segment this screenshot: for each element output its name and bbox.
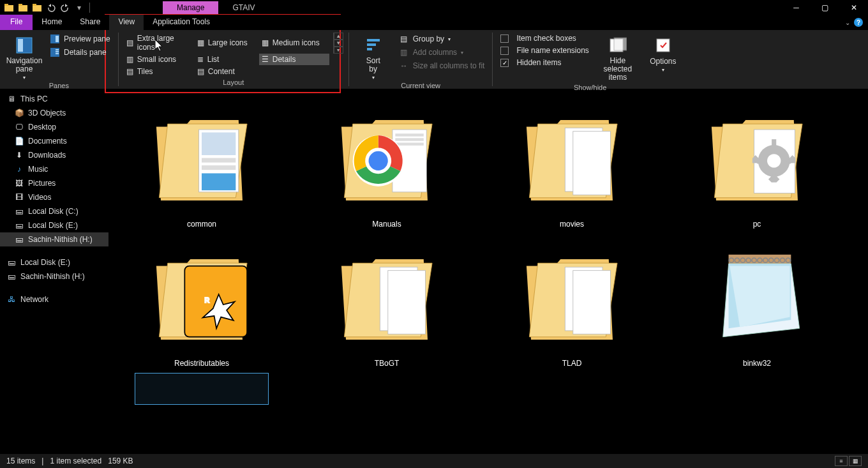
svg-rect-18 xyxy=(614,38,627,50)
tab-view[interactable]: View xyxy=(109,15,144,30)
collapse-ribbon-icon[interactable]: ⌄ xyxy=(845,19,850,26)
close-button[interactable]: ✕ xyxy=(839,0,868,15)
tree-item[interactable]: 📦3D Objects xyxy=(0,106,108,120)
details-pane-button[interactable]: Details pane xyxy=(47,46,113,59)
view-large-icon[interactable]: ▦ xyxy=(849,456,862,466)
svg-rect-3 xyxy=(19,4,22,6)
status-item-count: 15 items xyxy=(6,457,35,465)
file-item[interactable]: Manuals xyxy=(304,94,470,229)
layout-extra-large-icons[interactable]: ▤Extra large icons xyxy=(124,33,194,53)
svg-rect-49 xyxy=(388,271,426,335)
file-item[interactable] xyxy=(119,373,285,405)
window-title: GTAIV xyxy=(218,1,269,14)
tree-item[interactable]: 🖴Local Disk (E:) xyxy=(0,218,108,232)
file-item[interactable] xyxy=(674,373,840,405)
layout-list[interactable]: ≣List xyxy=(195,54,258,65)
group-by-button[interactable]: ▤Group by▾ xyxy=(396,33,488,45)
tree-item-selected[interactable]: 🖴Sachin-Nithish (H:) xyxy=(0,232,108,246)
context-tab-manage[interactable]: Manage xyxy=(163,1,218,14)
preview-pane-button[interactable]: Preview pane xyxy=(47,33,113,45)
file-item[interactable]: common xyxy=(119,94,285,229)
tree-item[interactable]: 🖵Desktop xyxy=(0,120,108,134)
layout-gallery-scroll[interactable]: ▲▼▾ xyxy=(333,33,343,54)
navigation-pane-button[interactable]: Navigation pane ▾ xyxy=(5,33,43,80)
view-details-icon[interactable]: ≡ xyxy=(835,456,848,466)
tree-item[interactable]: 🖼Pictures xyxy=(0,176,108,190)
hide-selected-label: Hide selected items xyxy=(595,57,640,82)
tab-share[interactable]: Share xyxy=(71,15,109,30)
sort-by-button[interactable]: Sort by ▾ xyxy=(354,33,393,80)
file-item[interactable]: R Redistributables xyxy=(119,234,285,368)
tree-item[interactable]: ⬇Downloads xyxy=(0,148,108,162)
tree-item[interactable]: 📄Documents xyxy=(0,134,108,148)
layout-small-icons[interactable]: ▥Small icons xyxy=(124,54,194,65)
file-extensions-toggle[interactable]: File name extensions xyxy=(498,45,591,56)
ribbon: Navigation pane ▾ Preview pane Details p… xyxy=(0,30,868,89)
status-size: 159 KB xyxy=(108,457,133,465)
status-selection: 1 item selected xyxy=(50,457,101,465)
file-item[interactable] xyxy=(304,373,470,405)
tab-home[interactable]: Home xyxy=(33,15,71,30)
tab-file[interactable]: File xyxy=(0,15,33,30)
item-checkboxes-toggle[interactable]: Item check boxes xyxy=(498,33,591,44)
ribbon-tabstrip: File Home Share View Application Tools ⌄… xyxy=(0,15,868,30)
folder-icon xyxy=(17,1,29,14)
maximize-button[interactable]: ▢ xyxy=(811,0,839,15)
layout-tiles[interactable]: ▤Tiles xyxy=(124,66,194,77)
folder-icon xyxy=(3,1,15,14)
tree-network[interactable]: 🖧Network xyxy=(0,292,108,306)
chevron-down-icon: ▾ xyxy=(372,75,375,80)
tree-item[interactable]: ♪Music xyxy=(0,162,108,176)
file-item[interactable]: movies xyxy=(489,94,655,229)
details-pane-label: Details pane xyxy=(64,48,107,57)
chevron-down-icon: ▾ xyxy=(23,75,26,80)
options-button[interactable]: Options ▾ xyxy=(644,33,682,73)
file-thumbnail xyxy=(690,94,824,216)
layout-details[interactable]: ☰Details xyxy=(259,54,329,65)
redo-icon[interactable] xyxy=(59,1,71,14)
layout-content[interactable]: ▤Content xyxy=(195,66,258,77)
svg-rect-22 xyxy=(202,158,236,162)
help-icon[interactable]: ? xyxy=(854,18,863,27)
file-label: TLAD xyxy=(562,359,582,368)
file-grid[interactable]: common Manuals movies pc R Redistributab… xyxy=(108,89,868,447)
tree-item[interactable]: 🖴Sachin-Nithish (H:) xyxy=(0,269,108,283)
svg-rect-15 xyxy=(367,43,376,46)
tree-item[interactable]: 🎞Videos xyxy=(0,190,108,204)
chevron-down-icon[interactable]: ▾ xyxy=(73,1,86,14)
file-item[interactable] xyxy=(489,373,655,405)
hidden-items-toggle[interactable]: ✓Hidden items xyxy=(498,57,591,68)
file-thumbnail xyxy=(505,234,639,355)
svg-rect-4 xyxy=(33,5,41,11)
svg-rect-26 xyxy=(395,133,423,136)
tree-this-pc[interactable]: 🖥This PC xyxy=(0,92,108,106)
tree-item[interactable]: 🖴Local Disk (E:) xyxy=(0,255,108,269)
file-thumbnail xyxy=(505,94,639,216)
navigation-pane-label: Navigation pane xyxy=(6,57,43,73)
file-item[interactable]: pc xyxy=(674,94,840,229)
tab-application-tools[interactable]: Application Tools xyxy=(144,15,219,30)
file-item[interactable]: TBoGT xyxy=(304,234,470,368)
svg-rect-7 xyxy=(18,39,23,52)
tree-item[interactable]: 🖴Local Disk (C:) xyxy=(0,204,108,218)
separator: | xyxy=(41,457,43,465)
svg-rect-38 xyxy=(772,139,776,147)
layout-large-icons[interactable]: ▦Large icons xyxy=(195,33,258,53)
undo-icon[interactable] xyxy=(45,1,57,14)
file-label: Redistributables xyxy=(174,359,229,368)
size-all-columns-button[interactable]: ↔Size all columns to fit xyxy=(396,59,488,72)
svg-rect-14 xyxy=(367,39,380,42)
layout-medium-icons[interactable]: ▦Medium icons xyxy=(259,33,329,53)
file-item[interactable]: TLAD xyxy=(489,234,655,368)
svg-rect-5 xyxy=(33,4,36,6)
minimize-button[interactable]: ─ xyxy=(782,0,811,15)
file-thumbnail xyxy=(690,234,824,355)
svg-rect-13 xyxy=(56,53,59,54)
file-item[interactable]: binkw32 xyxy=(674,234,840,368)
add-columns-button[interactable]: ▥Add columns▾ xyxy=(396,46,488,59)
navigation-tree[interactable]: 🖥This PC 📦3D Objects 🖵Desktop 📄Documents… xyxy=(0,89,108,447)
svg-text:R: R xyxy=(204,296,209,304)
hide-selected-button[interactable]: Hide selected items xyxy=(595,33,640,82)
sort-by-label: Sort by xyxy=(366,57,380,73)
folder-icon xyxy=(31,1,43,14)
